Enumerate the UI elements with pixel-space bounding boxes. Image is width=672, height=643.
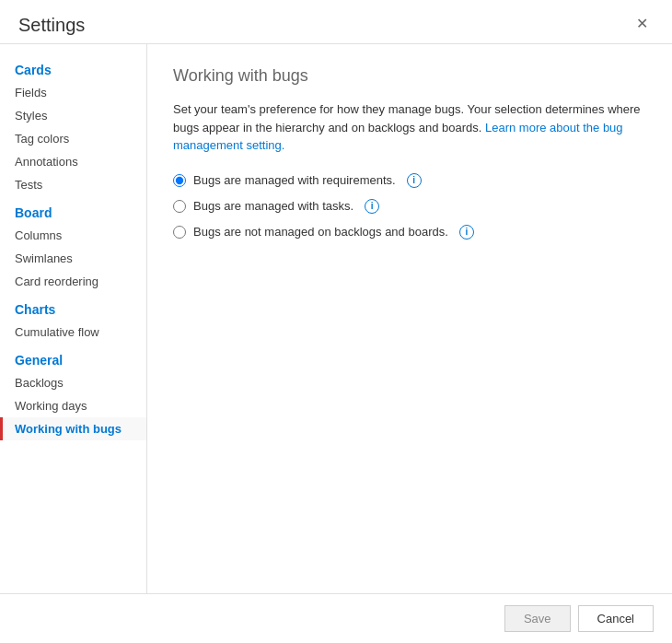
sidebar-item-cumulative-flow[interactable]: Cumulative flow xyxy=(0,321,146,344)
dialog-footer: Save Cancel xyxy=(0,593,672,643)
sidebar-item-working-days[interactable]: Working days xyxy=(0,394,146,417)
sidebar-item-card-reordering[interactable]: Card reordering xyxy=(0,270,146,293)
content-area: Working with bugs Set your team's prefer… xyxy=(147,44,672,593)
cancel-button[interactable]: Cancel xyxy=(578,605,654,632)
sidebar-section-cards: Cards xyxy=(0,53,146,81)
sidebar-item-working-with-bugs[interactable]: Working with bugs xyxy=(0,417,146,440)
sidebar: Cards Fields Styles Tag colors Annotatio… xyxy=(0,44,147,593)
radio-tasks-label: Bugs are managed with tasks. xyxy=(193,199,353,213)
sidebar-item-swimlanes[interactable]: Swimlanes xyxy=(0,247,146,270)
info-icon-tasks[interactable]: i xyxy=(365,199,379,214)
content-title: Working with bugs xyxy=(173,66,646,86)
dialog-body: Cards Fields Styles Tag colors Annotatio… xyxy=(0,43,672,593)
sidebar-item-styles[interactable]: Styles xyxy=(0,104,146,127)
sidebar-item-columns[interactable]: Columns xyxy=(0,224,146,247)
sidebar-item-tag-colors[interactable]: Tag colors xyxy=(0,127,146,150)
radio-item-not-managed[interactable]: Bugs are not managed on backlogs and boa… xyxy=(173,225,646,240)
close-button[interactable]: ✕ xyxy=(631,15,654,33)
sidebar-section-general: General xyxy=(0,344,146,371)
settings-dialog: Settings ✕ Cards Fields Styles Tag color… xyxy=(0,0,672,643)
radio-requirements-label: Bugs are managed with requirements. xyxy=(193,173,396,187)
sidebar-item-backlogs[interactable]: Backlogs xyxy=(0,371,146,394)
sidebar-section-charts: Charts xyxy=(0,293,146,321)
sidebar-item-tests[interactable]: Tests xyxy=(0,173,146,196)
dialog-header: Settings ✕ xyxy=(0,0,672,43)
radio-item-requirements[interactable]: Bugs are managed with requirements. i xyxy=(173,173,646,188)
radio-item-tasks[interactable]: Bugs are managed with tasks. i xyxy=(173,199,646,214)
radio-tasks[interactable] xyxy=(173,200,186,213)
content-description: Set your team's preference for how they … xyxy=(173,100,646,155)
sidebar-section-board: Board xyxy=(0,196,146,224)
sidebar-item-annotations[interactable]: Annotations xyxy=(0,150,146,173)
radio-requirements[interactable] xyxy=(173,174,186,187)
info-icon-not-managed[interactable]: i xyxy=(459,225,474,240)
radio-not-managed-label: Bugs are not managed on backlogs and boa… xyxy=(193,225,448,239)
dialog-title: Settings xyxy=(18,15,85,36)
close-icon: ✕ xyxy=(636,16,648,31)
radio-group: Bugs are managed with requirements. i Bu… xyxy=(173,173,646,240)
sidebar-item-fields[interactable]: Fields xyxy=(0,81,146,104)
info-icon-requirements[interactable]: i xyxy=(407,173,422,188)
radio-not-managed[interactable] xyxy=(173,226,186,239)
save-button[interactable]: Save xyxy=(504,605,571,632)
